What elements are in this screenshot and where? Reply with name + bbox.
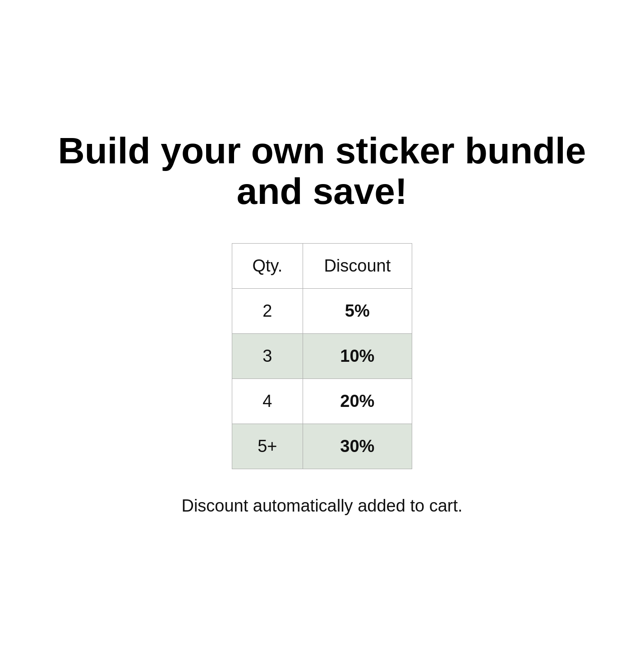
qty-cell: 5+ (232, 424, 303, 469)
table-row: 310% (232, 334, 412, 379)
discount-table: Qty. Discount 25%310%420%5+30% (232, 243, 412, 469)
page-title: Build your own sticker bundle and save! (58, 130, 586, 212)
table-row: 5+30% (232, 424, 412, 469)
discount-cell: 5% (303, 289, 412, 334)
table-row: 420% (232, 379, 412, 424)
discount-cell: 30% (303, 424, 412, 469)
footer-note: Discount automatically added to cart. (181, 496, 462, 516)
qty-cell: 4 (232, 379, 303, 424)
qty-cell: 2 (232, 289, 303, 334)
page-container: Build your own sticker bundle and save! … (0, 94, 644, 552)
table-row: 25% (232, 289, 412, 334)
discount-cell: 20% (303, 379, 412, 424)
discount-cell: 10% (303, 334, 412, 379)
discount-column-header: Discount (303, 244, 412, 289)
qty-column-header: Qty. (232, 244, 303, 289)
qty-cell: 3 (232, 334, 303, 379)
table-header-row: Qty. Discount (232, 244, 412, 289)
